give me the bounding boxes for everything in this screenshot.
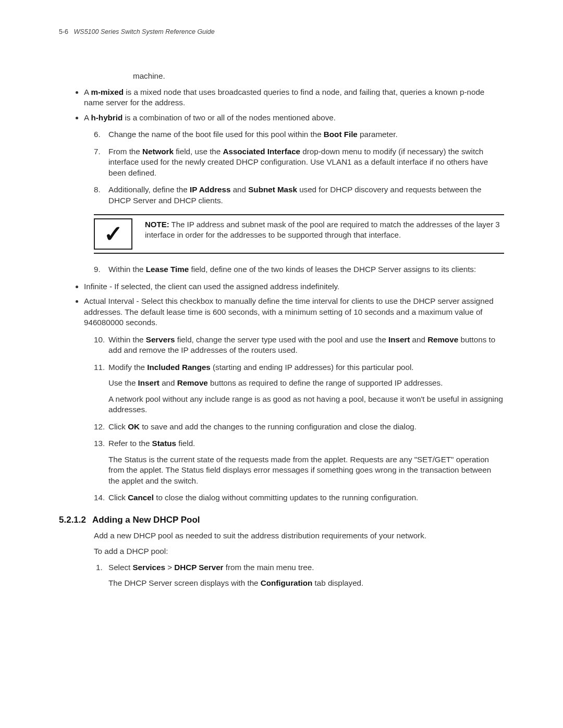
section-intro-1: Add a new DHCP pool as needed to suit th… — [94, 530, 504, 541]
step-11: Modify the Included Ranges (starting and… — [108, 362, 504, 415]
note-text: NOTE: The IP address and subnet mask of … — [145, 218, 504, 250]
doc-title: WS5100 Series Switch System Reference Gu… — [74, 28, 215, 35]
step-13: Refer to the Status field. The Status is… — [108, 438, 504, 486]
section-number: 5.2.1.2 — [59, 515, 86, 525]
note-callout: ✓ NOTE: The IP address and subnet mask o… — [94, 214, 504, 254]
steps-6-8: Change the name of the boot file used fo… — [59, 129, 504, 206]
bullet-m-mixed: A m-mixed is a mixed node that uses broa… — [84, 87, 504, 108]
section-body: Add a new DHCP pool as needed to suit th… — [94, 530, 504, 589]
bullet-actual-interval: Actual Interval - Select this checkbox t… — [84, 296, 504, 328]
step-14: Click Cancel to close the dialog without… — [108, 492, 504, 503]
continuation-fragment: machine. — [133, 71, 504, 82]
running-header: 5-6 WS5100 Series Switch System Referenc… — [59, 28, 504, 35]
new-step-1: Select Services > DHCP Server from the m… — [108, 562, 504, 589]
step-9-item: Within the Lease Time field, define one … — [108, 264, 504, 275]
section-title: Adding a New DHCP Pool — [92, 515, 200, 525]
step-9: Within the Lease Time field, define one … — [59, 264, 504, 275]
step-7: From the Network field, use the Associat… — [108, 146, 504, 179]
steps-10-14: Within the Servers field, change the ser… — [59, 335, 504, 503]
document-page: 5-6 WS5100 Series Switch System Referenc… — [0, 0, 563, 728]
lease-bullets: Infinite - If selected, the client can u… — [59, 281, 504, 328]
section-heading: 5.2.1.2 Adding a New DHCP Pool — [59, 515, 504, 525]
bullet-h-hybrid: A h-hybrid is a combination of two or al… — [84, 113, 504, 124]
page-number: 5-6 — [59, 28, 68, 35]
step-6: Change the name of the boot file used fo… — [108, 129, 504, 140]
checkmark-icon: ✓ — [94, 218, 132, 250]
node-type-bullets: A m-mixed is a mixed node that uses broa… — [59, 87, 504, 124]
bullet-infinite: Infinite - If selected, the client can u… — [84, 281, 504, 292]
step-8: Additionally, define the IP Address and … — [108, 184, 504, 206]
step-12: Click OK to save and add the changes to … — [108, 422, 504, 433]
section-intro-2: To add a DHCP pool: — [94, 546, 504, 557]
new-pool-steps: Select Services > DHCP Server from the m… — [94, 562, 504, 589]
step-10: Within the Servers field, change the ser… — [108, 335, 504, 356]
